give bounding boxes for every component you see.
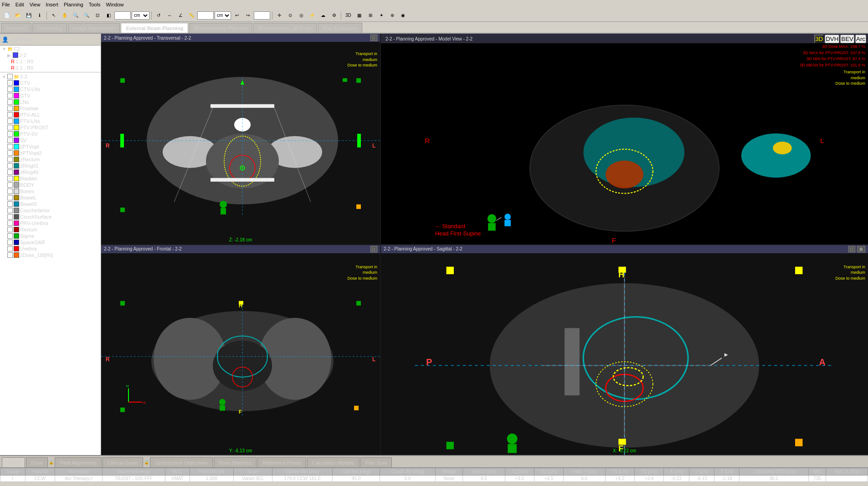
cm-input-3[interactable]: 1 <box>254 11 270 20</box>
tree-item-lns[interactable]: LNs <box>0 99 101 105</box>
tab-selection[interactable]: Selection <box>1 23 31 33</box>
menu-tools[interactable]: Tools <box>89 2 101 7</box>
tree-item-22-struct-root[interactable]: ▼ ✓ 📁 2-2 <box>0 73 101 80</box>
cb-space-oar[interactable] <box>7 240 13 245</box>
tree-item-sigma[interactable]: Sigma <box>0 233 101 239</box>
tree-item-c2[interactable]: ▼ 📁 C2 <box>0 46 101 52</box>
menu-window[interactable]: Window <box>106 2 123 7</box>
tree-item-ctv[interactable]: ✓ CTV <box>0 80 101 86</box>
tree-item-zptv-opt[interactable]: zPTVopt <box>0 143 101 150</box>
cb-ctv[interactable]: ✓ <box>7 80 13 86</box>
dosecloud-button[interactable]: ☁ <box>318 10 328 20</box>
tab-calculation-models[interactable]: Calculation Models <box>307 457 360 467</box>
window-level-button[interactable]: ◧ <box>103 10 113 20</box>
flip-button[interactable]: ↔ <box>164 10 175 20</box>
tree-item-21-r0[interactable]: R 2-1 : R0 <box>0 65 101 71</box>
undo-button[interactable]: ↩ <box>232 10 242 20</box>
vp-maximize-frontal[interactable]: □ <box>370 246 377 252</box>
cb-ptv-lns[interactable] <box>7 118 13 124</box>
menu-insert[interactable]: Insert <box>46 2 58 7</box>
tab-optimization-objectives[interactable]: Optimization Objectives <box>150 457 213 467</box>
menu-file[interactable]: File <box>2 2 10 7</box>
tree-item-zring40[interactable]: zRing40 <box>0 169 101 175</box>
checkbox-22[interactable]: ✓ <box>7 74 13 79</box>
disp-button[interactable]: ⊞ <box>365 10 375 20</box>
vp-maximize-sagittal[interactable]: □ <box>848 246 855 252</box>
cb-bowel-s[interactable] <box>7 201 13 207</box>
tree-item-22-plan[interactable]: ▶ 2-2 <box>0 52 101 58</box>
tab-plan-evaluation[interactable]: Plan Evaluation <box>318 23 362 33</box>
tab-bev[interactable]: BEV <box>840 35 854 43</box>
unit-select-2[interactable]: cm <box>215 11 231 20</box>
pan-button[interactable]: ✋ <box>60 10 70 20</box>
save-button[interactable]: 💾 <box>24 10 34 20</box>
cb-zring01[interactable] <box>7 163 13 169</box>
tree-item-prv-urethra[interactable]: PRV-Urethra <box>0 220 101 226</box>
tree-item-space-oar[interactable]: SpaceOAR <box>0 239 101 246</box>
layout-button[interactable]: ▦ <box>354 10 365 20</box>
cb-ctv-lns[interactable] <box>7 87 13 92</box>
cb-zptv-opt[interactable] <box>7 144 13 149</box>
viewport-3d[interactable]: 2-2 - Planning Approved - Model View - 2… <box>381 34 868 244</box>
menu-edit[interactable]: Edit <box>15 2 24 7</box>
expand-icon[interactable]: ▼ <box>2 46 6 51</box>
cb-prv-urethra[interactable] <box>7 220 13 226</box>
vp-expand-sagittal[interactable]: ⊞ <box>857 246 865 252</box>
tab-dose[interactable]: Dose <box>26 457 48 467</box>
tab-contouring[interactable]: Contouring <box>32 23 67 33</box>
measure-button[interactable]: 📏 <box>186 10 196 20</box>
cb-lns[interactable] <box>7 99 13 105</box>
cb-ptv-sv[interactable]: ✓ <box>7 131 13 137</box>
cb-zrectum[interactable] <box>7 157 13 162</box>
cb-couch-surface[interactable] <box>7 214 13 220</box>
cb-ptv-prost[interactable] <box>7 125 13 130</box>
fit-button[interactable]: ⊡ <box>92 10 103 20</box>
cb-bladder[interactable]: ✓ <box>7 176 13 181</box>
tree-item-zptv-opt2[interactable]: zPTVopt2 <box>0 150 101 156</box>
tab-external-beam-planning[interactable]: External Beam Planning <box>121 23 188 33</box>
tools-button[interactable]: ⚙ <box>329 10 339 20</box>
tree-item-bones[interactable]: Bones <box>0 188 101 194</box>
cm-input-1[interactable]: 2.0 <box>114 11 131 20</box>
cb-urethra[interactable] <box>7 246 13 251</box>
tree-item-ptv-lns[interactable]: PTV-LNs <box>0 118 101 124</box>
tab-brachytherapy-planning[interactable]: Brachytherapy Planning <box>189 23 252 33</box>
extra2-button[interactable]: ⊛ <box>387 10 397 20</box>
tab-reference-points[interactable]: Reference Points <box>257 457 306 467</box>
redo-button[interactable]: ↪ <box>243 10 253 20</box>
iso-button[interactable]: ◎ <box>296 10 306 20</box>
tree-item-rectum[interactable]: Rectum <box>0 226 101 233</box>
expand-icon-2[interactable]: ▼ <box>2 74 6 79</box>
tree-item-ptv-all[interactable]: PTV-ALL <box>0 112 101 118</box>
cb-rectum[interactable] <box>7 227 13 232</box>
cb-prostate[interactable] <box>7 106 13 111</box>
tree-item-couch-surface[interactable]: CouchSurface <box>0 214 101 220</box>
extra3-button[interactable]: ◉ <box>398 10 408 20</box>
cb-zptv-opt2[interactable] <box>7 150 13 156</box>
cb-sv[interactable]: ✓ <box>7 138 13 143</box>
cb-body[interactable] <box>7 182 13 188</box>
tab-3d[interactable]: 3D <box>814 35 824 43</box>
zoom-out-button[interactable]: 🔍 <box>82 10 92 20</box>
table-row[interactable]: I CCW Arc Therapy-I TB1597 - 10X-FFF VMA… <box>0 476 868 482</box>
viewport-frontal[interactable]: 2-2 - Planning Approved - Frontal - 2-2 … <box>101 245 380 455</box>
zoom-in-button[interactable]: 🔍 <box>71 10 81 20</box>
cb-zring40[interactable] <box>7 169 13 175</box>
tab-arc[interactable]: Arc <box>855 35 866 43</box>
tree-item-zrectum[interactable]: zRectum <box>0 156 101 163</box>
tab-field-alignments[interactable]: Field Alignments <box>55 457 102 467</box>
tree-item-zring01[interactable]: zRing01 <box>0 163 101 169</box>
cm-input-2[interactable]: 2.0 <box>197 11 214 20</box>
unit-select[interactable]: cmmm <box>132 11 149 20</box>
tree-item-bowel-s[interactable]: BowelS <box>0 201 101 207</box>
cb-bowel-l[interactable] <box>7 195 13 200</box>
tab-dose-statistics[interactable]: Dose Statistics <box>214 457 257 467</box>
tree-item-bowel-l[interactable]: BowelL <box>0 194 101 201</box>
cb-couch-interior[interactable] <box>7 208 13 213</box>
tab-fields[interactable]: Fields <box>2 457 25 467</box>
menu-view[interactable]: View <box>30 2 41 7</box>
new-button[interactable]: 📄 <box>2 10 12 20</box>
cursor-button[interactable]: ↖ <box>49 10 59 20</box>
tab-plan-sum[interactable]: Plan Sum <box>360 457 392 467</box>
tree-item-bladder[interactable]: ✓ Bladder <box>0 175 101 182</box>
